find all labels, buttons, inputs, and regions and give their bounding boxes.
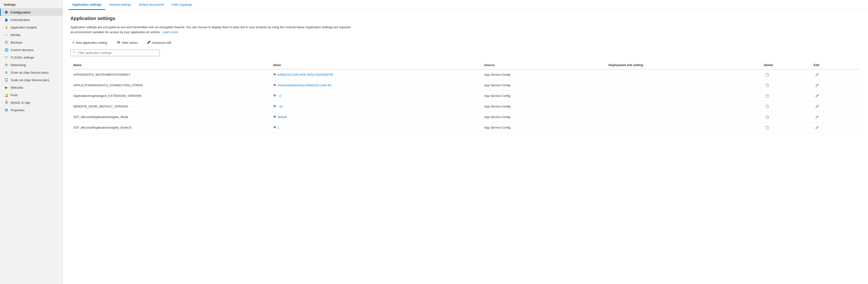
sidebar-item-label: Scale out (App Service plan) [10,78,49,82]
identity-icon: 🗝 [4,33,8,37]
delete-button[interactable] [764,125,771,131]
setting-delete-cell [761,122,811,133]
sidebar-item-push[interactable]: 🔔 Push [0,91,63,99]
sidebar-item-label: Properties [10,108,24,112]
setting-value[interactable]: InstrumentationKey=b45dc019-2c64-44: [270,80,482,90]
setting-name: XDT_MicrosoftApplicationInsights_NodeJS [70,122,270,133]
sidebar-item-label: Push [10,93,18,97]
delete-button[interactable] [764,83,771,88]
toolbar: + New application setting Hide values Ad… [70,39,861,46]
tab-path-mappings[interactable]: Path mappings [168,0,196,10]
webjobs-icon: ▶ [4,86,8,89]
sidebar-item-configuration[interactable]: Configuration [0,8,63,16]
delete-button[interactable] [764,72,771,78]
setting-value-link[interactable]: 1 [273,125,343,130]
col-header-name: Name [70,61,270,69]
setting-delete-cell [761,101,811,112]
setting-delete-cell [761,80,811,90]
value-eye-icon [273,73,276,77]
setting-value[interactable]: ~2 [270,90,482,101]
tab-default-documents[interactable]: Default documents [135,0,168,10]
hide-values-button[interactable]: Hide values [115,39,140,46]
setting-name: XDT_MicrosoftApplicationInsights_Mode [70,112,270,122]
setting-value[interactable]: b45dc019-2c64-443c-903a-032036657f9 [270,69,482,80]
new-application-setting-button[interactable]: + New application setting [70,39,109,46]
setting-value-link[interactable]: default [273,115,343,119]
setting-slot [606,80,761,90]
col-header-value: Value [270,61,482,69]
sidebar-item-label: Backups [10,41,22,44]
sidebar-item-backups[interactable]: Backups [0,38,63,46]
settings-table: Name Value Source Deployment slot settin… [70,61,861,133]
setting-edit-cell [811,69,861,80]
sidebar-item-scale-up[interactable]: Scale up (App Service plan) [0,69,63,76]
sidebar-item-custom-domains[interactable]: 🌐 Custom domains [0,46,63,54]
sidebar-item-identity[interactable]: 🗝 Identity [0,31,63,38]
sidebar-item-properties[interactable]: Properties [0,106,63,114]
table-row: ApplicationInsightsAgent_EXTENSION_VERSI… [70,90,861,101]
table-row: XDT_MicrosoftApplicationInsights_NodeJS … [70,122,861,133]
delete-button[interactable] [764,104,771,109]
table-row: APPLICATIONINSIGHTS_CONNECTION_STRING In… [70,80,861,90]
table-row: WEBSITE_NODE_DEFAULT_VERSION ~14 App Ser… [70,101,861,112]
learn-more-link[interactable]: Learn more [162,30,178,34]
page-title: Application settings [70,16,861,21]
filter-box [70,50,160,56]
sidebar-item-label: Identity [10,33,21,37]
setting-edit-cell [811,80,861,90]
edit-button[interactable] [813,125,820,130]
sidebar: Settings Configuration Authentication 💡 … [0,0,63,284]
sidebar-item-authentication[interactable]: Authentication [0,16,63,24]
setting-slot [606,122,761,133]
svg-point-1 [6,64,7,65]
tab-application-settings[interactable]: Application settings [68,0,105,10]
setting-value-link[interactable]: b45dc019-2c64-443c-903a-032036657f9 [273,73,343,77]
sidebar-item-application-insights[interactable]: 💡 Application Insights [0,24,63,31]
setting-edit-cell [811,112,861,122]
sidebar-item-webjobs[interactable]: ▶ WebJobs [0,84,63,91]
sidebar-item-networking[interactable]: Networking [0,61,63,69]
sidebar-item-label: Configuration [10,10,31,14]
sidebar-item-tls-ssl[interactable]: 🛡 TLS/SSL settings [0,54,63,61]
setting-delete-cell [761,69,811,80]
properties-icon [4,108,8,112]
sidebar-item-label: Scale up (App Service plan) [10,71,49,74]
application-insights-icon: 💡 [4,25,8,29]
setting-value[interactable]: 1 [270,122,482,133]
edit-button[interactable] [813,104,820,109]
setting-source: App Service Config [481,122,606,133]
setting-source: App Service Config [481,80,606,90]
col-header-source: Source [481,61,606,69]
setting-value-link[interactable]: ~14 [273,104,343,108]
edit-button[interactable] [813,114,820,120]
edit-button[interactable] [813,93,820,98]
page-description: Application settings are encrypted at re… [70,25,352,35]
svg-point-19 [274,127,275,127]
svg-point-17 [274,106,275,107]
delete-button[interactable] [764,93,771,99]
mysql-icon: 🗄 [4,101,8,104]
tab-bar: Application settings General settings De… [63,0,868,10]
filter-input[interactable] [78,51,157,55]
sidebar-item-mysql[interactable]: 🗄 MySQL In App [0,99,63,106]
setting-slot [606,112,761,122]
svg-point-3 [6,66,7,67]
setting-value[interactable]: default [270,112,482,122]
tab-general-settings[interactable]: General settings [105,0,135,10]
sidebar-item-label: WebJobs [10,86,23,89]
value-eye-icon [273,94,276,98]
sidebar-item-label: TLS/SSL settings [10,56,34,59]
edit-button[interactable] [813,72,820,77]
setting-value-link[interactable]: InstrumentationKey=b45dc019-2c64-44: [273,83,343,87]
edit-button[interactable] [813,83,820,88]
delete-button[interactable] [764,114,771,120]
advanced-edit-button[interactable]: Advanced edit [145,40,173,46]
svg-point-15 [274,85,275,85]
svg-rect-0 [5,20,7,21]
setting-value[interactable]: ~14 [270,101,482,112]
setting-source: App Service Config [481,101,606,112]
plus-icon: + [72,40,74,45]
setting-value-link[interactable]: ~2 [273,94,343,98]
setting-slot [606,90,761,101]
sidebar-item-scale-out[interactable]: Scale out (App Service plan) [0,76,63,84]
